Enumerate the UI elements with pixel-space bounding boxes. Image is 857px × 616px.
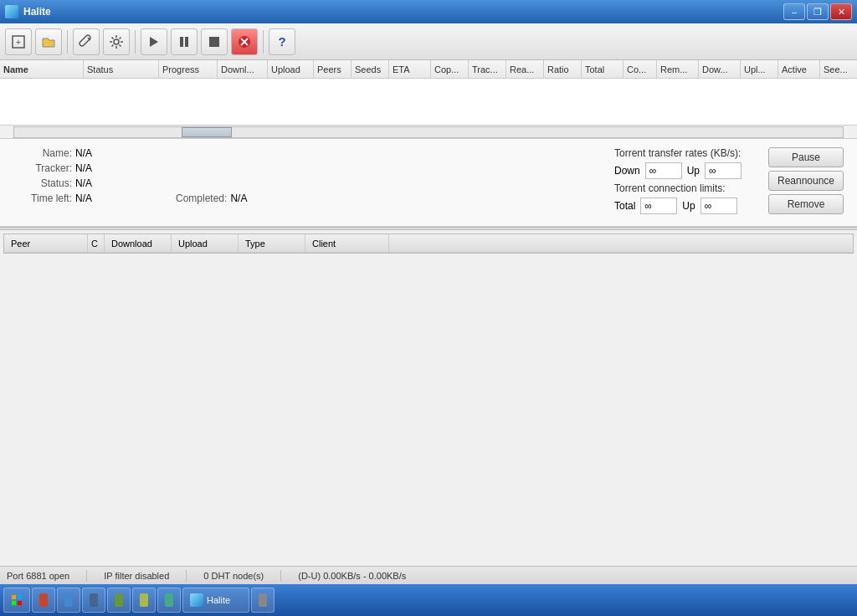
- status-row: Status: N/A: [13, 177, 598, 189]
- transfer-title: Torrent transfer rates (KB/s):: [614, 147, 742, 159]
- titlebar-controls: – ❒ ✕: [783, 3, 852, 20]
- peer-col-country[interactable]: C: [88, 234, 105, 252]
- down-rate-input[interactable]: [645, 162, 682, 179]
- toolbar-separator-2: [135, 30, 136, 54]
- peer-col-download[interactable]: Download: [105, 234, 172, 252]
- svg-rect-5: [180, 37, 183, 47]
- wrench-icon: [79, 34, 94, 49]
- toolbar-separator-3: [263, 30, 264, 54]
- svg-rect-7: [209, 37, 219, 47]
- up2-label: Up: [682, 200, 695, 212]
- stop-icon: [207, 34, 222, 49]
- col-active[interactable]: Active: [778, 60, 820, 78]
- close-button[interactable]: ✕: [830, 3, 852, 20]
- connection-limit-row: Total Up: [614, 198, 742, 214]
- remove-detail-button[interactable]: Remove: [768, 194, 844, 214]
- col-uploaded[interactable]: Upl...: [741, 60, 778, 78]
- toolbar-separator-1: [67, 30, 68, 54]
- timeleft-row: Time left: N/A Completed: N/A: [13, 192, 598, 204]
- torrent-list[interactable]: [0, 79, 857, 126]
- play-icon: [146, 34, 162, 49]
- down-rate-row: Down Up: [614, 162, 742, 179]
- action-buttons: Pause Reannounce Remove: [768, 147, 844, 214]
- col-download[interactable]: Downl...: [218, 60, 268, 78]
- svg-text:+: +: [16, 37, 21, 47]
- col-ratio[interactable]: Ratio: [544, 60, 582, 78]
- tracker-row: Tracker: N/A: [13, 162, 598, 174]
- hscroll-thumb[interactable]: [182, 127, 232, 137]
- titlebar-left: Halite: [5, 5, 51, 18]
- pause-button[interactable]: [171, 28, 198, 55]
- col-upload[interactable]: Upload: [268, 60, 314, 78]
- peer-col-peer[interactable]: Peer: [4, 234, 88, 252]
- torrent-list-area: [0, 79, 857, 126]
- panel-divider: [0, 227, 857, 230]
- total-label: Total: [614, 200, 635, 212]
- col-tracker[interactable]: Trac...: [469, 60, 506, 78]
- col-seeds[interactable]: Seeds: [352, 60, 389, 78]
- settings-button[interactable]: [73, 28, 100, 55]
- connection-title: Torrent connection limits:: [614, 182, 742, 194]
- pause-torrent-button[interactable]: Pause: [768, 147, 844, 167]
- col-progress[interactable]: Progress: [159, 60, 218, 78]
- detail-panel: Name: N/A Tracker: N/A Status: N/A Time …: [0, 139, 857, 227]
- gear-icon: [109, 34, 124, 49]
- col-seeding[interactable]: See...: [820, 60, 857, 78]
- horizontal-scrollbar[interactable]: [0, 126, 857, 139]
- add-torrent-icon: +: [11, 34, 26, 49]
- svg-rect-6: [185, 37, 188, 47]
- peer-col-type[interactable]: Type: [239, 234, 305, 252]
- status-value: N/A: [75, 177, 92, 189]
- col-copies[interactable]: Cop...: [431, 60, 469, 78]
- column-headers: Name Status Progress Downl... Upload Pee…: [0, 60, 857, 79]
- col-peers[interactable]: Peers: [314, 60, 352, 78]
- tracker-label: Tracker:: [13, 162, 72, 174]
- col-name[interactable]: Name: [0, 60, 84, 78]
- tracker-value: N/A: [75, 162, 92, 174]
- app-icon: [5, 5, 18, 18]
- titlebar: Halite – ❒ ✕: [0, 0, 857, 23]
- col-eta[interactable]: ETA: [389, 60, 431, 78]
- remove-icon: [237, 34, 252, 49]
- folder-icon: [41, 34, 56, 49]
- name-row: Name: N/A: [13, 147, 598, 159]
- name-label: Name:: [13, 147, 72, 159]
- up-rate-input[interactable]: [705, 162, 742, 179]
- remove-torrent-button[interactable]: [231, 28, 258, 55]
- timeleft-value: N/A: [75, 192, 92, 204]
- name-value: N/A: [75, 147, 92, 159]
- svg-marker-4: [150, 37, 158, 47]
- open-folder-button[interactable]: [35, 28, 62, 55]
- pause-icon: [177, 34, 192, 49]
- advanced-settings-button[interactable]: [103, 28, 130, 55]
- col-downloaded[interactable]: Dow...: [699, 60, 741, 78]
- peer-panel: Peer C Download Upload Type Client: [3, 234, 854, 254]
- col-remaining[interactable]: Rem...: [657, 60, 699, 78]
- col-reannounce[interactable]: Rea...: [506, 60, 544, 78]
- col-connections[interactable]: Co...: [624, 60, 657, 78]
- help-button[interactable]: ?: [269, 28, 295, 55]
- total-input[interactable]: [640, 198, 677, 214]
- col-status[interactable]: Status: [84, 60, 159, 78]
- maximize-button[interactable]: ❒: [807, 3, 829, 20]
- torrent-info: Name: N/A Tracker: N/A Status: N/A Time …: [13, 147, 598, 218]
- hscroll-track[interactable]: [13, 126, 844, 138]
- transfer-rates: Torrent transfer rates (KB/s): Down Up T…: [614, 147, 742, 218]
- peer-column-headers: Peer C Download Upload Type Client: [4, 234, 853, 253]
- resume-button[interactable]: [141, 28, 167, 55]
- up-label: Up: [687, 165, 700, 177]
- add-torrent-button[interactable]: +: [5, 28, 32, 55]
- minimize-button[interactable]: –: [783, 3, 805, 20]
- col-total[interactable]: Total: [582, 60, 624, 78]
- up2-input[interactable]: [700, 198, 737, 214]
- peer-col-client[interactable]: Client: [305, 234, 389, 252]
- timeleft-label: Time left:: [13, 192, 72, 204]
- completed-label: Completed:: [176, 192, 227, 204]
- stop-button[interactable]: [201, 28, 228, 55]
- app-title: Halite: [23, 6, 51, 18]
- down-label: Down: [614, 165, 640, 177]
- svg-point-3: [114, 39, 119, 44]
- reannounce-button[interactable]: Reannounce: [768, 171, 844, 191]
- peer-col-upload[interactable]: Upload: [172, 234, 239, 252]
- status-label: Status:: [13, 177, 72, 189]
